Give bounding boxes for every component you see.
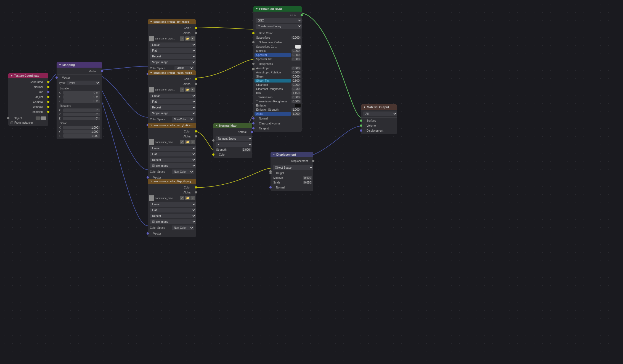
nor-extend-select[interactable]: Flat <box>150 152 196 156</box>
loc-y-val[interactable]: 0 m <box>63 95 100 99</box>
node-header-mapping[interactable]: ▼ Mapping <box>57 62 102 68</box>
specular-tint-val[interactable]: 0.000 <box>291 57 301 61</box>
node-header-principled[interactable]: ▼ Principled BSDF <box>253 6 302 12</box>
socket-normalmap-normal[interactable] <box>251 131 253 133</box>
anisotropic-rot-val[interactable]: 0.000 <box>291 71 301 74</box>
socket-alpha[interactable] <box>252 68 254 70</box>
diff-source-select[interactable]: Single Image <box>150 60 196 65</box>
material-output-all-select[interactable]: All <box>363 111 397 116</box>
collapse-arrow-displacement[interactable]: ▼ <box>273 153 275 156</box>
socket-displacement-out-mat[interactable] <box>360 129 362 132</box>
disp-folder-icon[interactable]: 📁 <box>185 196 190 200</box>
socket-uv[interactable] <box>47 91 49 93</box>
socket-vector-out[interactable] <box>101 70 103 72</box>
socket-disp-alpha[interactable] <box>195 191 197 193</box>
disp-proj-select[interactable]: Repeat <box>150 214 196 218</box>
transmission-roughness-val[interactable]: 0.000 <box>291 100 301 103</box>
normalmap-strength-val[interactable]: 1.000 <box>242 148 251 152</box>
socket-diff-alpha[interactable] <box>195 32 197 34</box>
scale-x-val[interactable]: 1.000 <box>63 126 100 129</box>
socket-displacement-scale[interactable] <box>269 170 272 172</box>
socket-volume[interactable] <box>360 124 362 127</box>
socket-object-input[interactable] <box>7 117 9 119</box>
type-select[interactable]: Point <box>67 81 100 85</box>
subsurface-color-val[interactable] <box>295 45 301 49</box>
disp-interp-select[interactable]: Linear <box>150 202 196 207</box>
diff-colorspace-select[interactable]: sRGB <box>174 66 194 71</box>
disp-check-icon[interactable]: ✓ <box>180 196 184 200</box>
node-header-normalmap[interactable]: ▼ Normal Map <box>213 123 252 128</box>
node-header-tex-coord[interactable]: ▼ Texture Coordinate <box>8 73 48 78</box>
collapse-arrow-mapping[interactable]: ▼ <box>59 63 61 66</box>
principled-subsurface-method-select[interactable]: Christensen-Burley <box>256 24 302 29</box>
specular-val[interactable]: 0.500 <box>291 53 301 57</box>
socket-object[interactable] <box>47 96 49 98</box>
rot-z-val[interactable]: 0° <box>63 117 100 120</box>
normalmap-space-select[interactable]: Tangent Space <box>216 136 252 141</box>
socket-displacement-normal[interactable] <box>269 186 272 188</box>
nor-close-icon[interactable]: ✕ <box>190 140 195 144</box>
metallic-val[interactable]: 0.000 <box>291 49 301 53</box>
node-header-diff[interactable]: ▼ sandstone_cracks_diff_4k.jpg <box>148 19 196 24</box>
disp-extend-select[interactable]: Flat <box>150 208 196 212</box>
collapse-arrow[interactable]: ▼ <box>10 75 13 77</box>
ior-val[interactable]: 1.450 <box>291 91 301 95</box>
rot-x-val[interactable]: 0° <box>63 108 100 112</box>
displacement-midlevel-val[interactable]: 0.600 <box>303 176 312 180</box>
node-header-material-output[interactable]: ▼ Material Output <box>361 104 397 110</box>
collapse-arrow-normalmap[interactable]: ▼ <box>216 124 218 127</box>
rough-interp-select[interactable]: Linear <box>150 94 196 98</box>
socket-diff-color[interactable] <box>195 27 197 29</box>
subsurface-val[interactable]: 0.000 <box>291 36 301 39</box>
rough-proj-select[interactable]: Repeat <box>150 105 196 110</box>
socket-normalmap-strength[interactable] <box>212 139 214 142</box>
socket-nor-vector[interactable] <box>147 176 149 179</box>
diff-close-icon[interactable]: ✕ <box>190 36 195 41</box>
diff-check-icon[interactable]: ✓ <box>180 36 184 41</box>
emission-color-val[interactable] <box>295 104 301 107</box>
rough-extend-select[interactable]: Flat <box>150 99 196 104</box>
disp-source-select[interactable]: Single Image <box>150 219 196 224</box>
loc-x-val[interactable]: 0 m <box>63 91 100 95</box>
clearcoat-val[interactable]: 0.000 <box>291 83 301 87</box>
socket-camera[interactable] <box>47 101 49 103</box>
socket-surface[interactable] <box>360 119 362 122</box>
socket-disp-vector[interactable] <box>147 232 149 235</box>
socket-window[interactable] <box>47 106 49 108</box>
socket-bsdf-out[interactable] <box>301 14 303 16</box>
scale-z-val[interactable]: 1.000 <box>63 134 100 138</box>
node-header-disp[interactable]: ▼ sandstone_cracks_disp_4k.png <box>148 179 196 184</box>
nor-folder-icon[interactable]: 📁 <box>185 140 190 144</box>
transmission-val[interactable]: 0.000 <box>291 95 301 99</box>
diff-proj-select[interactable]: Repeat <box>150 54 196 59</box>
socket-tangent[interactable] <box>252 127 254 129</box>
rot-y-val[interactable]: 0° <box>63 113 100 116</box>
socket-principled-normal[interactable] <box>252 117 254 119</box>
collapse-arrow-material-output[interactable]: ▼ <box>363 106 366 108</box>
socket-nor-color[interactable] <box>195 130 197 132</box>
alpha-val[interactable]: 1.000 <box>291 112 301 116</box>
socket-normal[interactable] <box>47 86 49 88</box>
socket-nor-alpha[interactable] <box>195 135 197 137</box>
nor-interp-select[interactable]: Linear <box>150 146 196 151</box>
scale-y-val[interactable]: 1.000 <box>63 130 100 134</box>
socket-displacement-out[interactable] <box>312 160 314 162</box>
rough-source-select[interactable]: Single Image <box>150 111 196 116</box>
collapse-arrow-disp[interactable]: ▼ <box>150 180 152 183</box>
nor-colorspace-select[interactable]: Non-Color <box>172 169 194 174</box>
rough-close-icon[interactable]: ✕ <box>190 87 195 92</box>
emission-strength-val[interactable]: 1.000 <box>291 108 301 111</box>
socket-rough-alpha[interactable] <box>195 83 197 85</box>
node-header-displacement[interactable]: ▼ Displacement <box>271 152 313 157</box>
rough-check-icon[interactable]: ✓ <box>180 87 184 92</box>
socket-reflection[interactable] <box>47 111 49 113</box>
socket-generated[interactable] <box>47 81 49 83</box>
node-header-rough[interactable]: ▼ sandstone_cracks_rough_4k.jpg <box>148 70 196 75</box>
nor-proj-select[interactable]: Repeat <box>150 158 196 162</box>
disp-close-icon[interactable]: ✕ <box>190 196 195 200</box>
sheen-val[interactable]: 0.000 <box>291 75 301 78</box>
principled-distribution-select[interactable]: GGX <box>256 18 302 23</box>
disp-colorspace-select[interactable]: Non-Color <box>172 225 194 230</box>
displacement-space-select[interactable]: Object Space <box>273 165 313 170</box>
collapse-arrow-principled[interactable]: ▼ <box>256 7 258 10</box>
